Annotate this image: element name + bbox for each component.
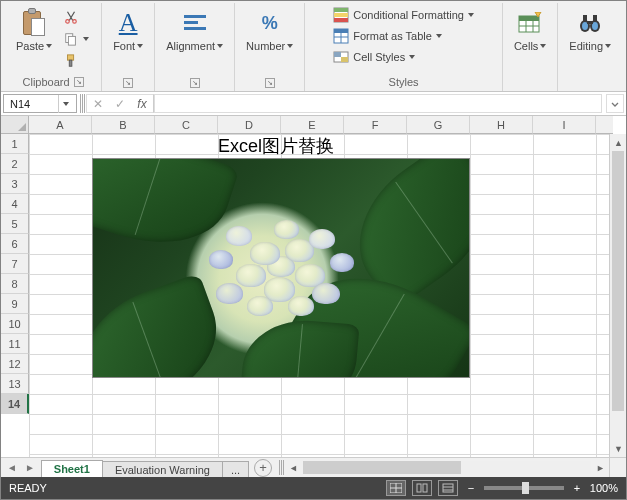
format-as-table-button[interactable]: Format as Table bbox=[329, 26, 446, 46]
column-header[interactable]: H bbox=[470, 116, 533, 134]
view-page-break-button[interactable] bbox=[438, 480, 458, 496]
fx-icon[interactable]: fx bbox=[131, 97, 153, 111]
copy-button[interactable] bbox=[59, 29, 93, 49]
scroll-thumb[interactable] bbox=[612, 151, 624, 411]
splitter[interactable] bbox=[279, 460, 284, 475]
dialog-launcher-icon[interactable]: ↘ bbox=[74, 77, 84, 87]
row-header[interactable]: 13 bbox=[1, 374, 29, 394]
svg-rect-8 bbox=[184, 27, 206, 30]
column-header[interactable]: E bbox=[281, 116, 344, 134]
alignment-button[interactable]: Alignment bbox=[161, 5, 228, 55]
status-mode: READY bbox=[9, 482, 47, 494]
font-label: Font bbox=[113, 40, 135, 52]
scroll-right-icon[interactable]: ► bbox=[592, 459, 609, 476]
tab-evaluation-warning[interactable]: Evaluation Warning bbox=[102, 461, 223, 477]
conditional-formatting-icon bbox=[333, 7, 349, 23]
svg-rect-37 bbox=[423, 484, 427, 492]
cells-icon bbox=[515, 8, 545, 38]
column-header[interactable]: I bbox=[533, 116, 596, 134]
row-header[interactable]: 4 bbox=[1, 194, 29, 214]
scroll-thumb[interactable] bbox=[303, 461, 461, 474]
svg-rect-19 bbox=[341, 57, 348, 62]
font-button[interactable]: A Font bbox=[108, 5, 148, 55]
row-header[interactable]: 8 bbox=[1, 274, 29, 294]
tab-sheet1[interactable]: Sheet1 bbox=[41, 460, 103, 477]
scroll-down-icon[interactable]: ▼ bbox=[610, 440, 626, 457]
number-label: Number bbox=[246, 40, 285, 52]
scroll-up-icon[interactable]: ▲ bbox=[610, 134, 626, 151]
group-alignment: Alignment ↘ bbox=[155, 3, 235, 91]
sheet-tab-bar: ◄► Sheet1 Evaluation Warning ... + ◄ ► bbox=[1, 457, 626, 477]
expand-formula-bar[interactable] bbox=[606, 94, 624, 113]
row-header[interactable]: 3 bbox=[1, 174, 29, 194]
svg-rect-21 bbox=[519, 16, 539, 21]
tab-more[interactable]: ... bbox=[222, 461, 249, 477]
svg-rect-10 bbox=[334, 8, 348, 12]
column-header[interactable]: C bbox=[155, 116, 218, 134]
row-header[interactable]: 12 bbox=[1, 354, 29, 374]
vertical-scrollbar[interactable]: ▲ ▼ bbox=[609, 134, 626, 457]
cells-button[interactable]: Cells bbox=[509, 5, 551, 55]
scroll-corner bbox=[596, 116, 613, 134]
dialog-launcher-icon[interactable]: ↘ bbox=[123, 78, 133, 88]
column-header[interactable]: G bbox=[407, 116, 470, 134]
select-all-button[interactable] bbox=[1, 116, 29, 134]
zoom-thumb[interactable] bbox=[522, 482, 529, 494]
cut-button[interactable] bbox=[59, 7, 93, 27]
cell-styles-button[interactable]: Cell Styles bbox=[329, 47, 419, 67]
cancel-icon[interactable]: ✕ bbox=[87, 97, 109, 111]
zoom-level[interactable]: 100% bbox=[590, 482, 618, 494]
splitter[interactable] bbox=[80, 94, 85, 113]
formula-input[interactable] bbox=[154, 94, 602, 113]
row-header[interactable]: 5 bbox=[1, 214, 29, 234]
copy-icon bbox=[63, 31, 79, 47]
conditional-formatting-button[interactable]: Conditional Formatting bbox=[329, 5, 478, 25]
row-header[interactable]: 10 bbox=[1, 314, 29, 334]
svg-rect-3 bbox=[69, 36, 76, 45]
row-header[interactable]: 7 bbox=[1, 254, 29, 274]
scroll-left-icon[interactable]: ◄ bbox=[285, 459, 302, 476]
worksheet-area: ABCDEFGHI 1234567891011121314 Excel图片替换 bbox=[1, 116, 626, 477]
editing-button[interactable]: Editing bbox=[564, 5, 616, 55]
view-normal-button[interactable] bbox=[386, 480, 406, 496]
dialog-launcher-icon[interactable]: ↘ bbox=[265, 78, 275, 88]
zoom-slider[interactable] bbox=[484, 486, 564, 490]
column-header[interactable]: D bbox=[218, 116, 281, 134]
zoom-in-button[interactable]: + bbox=[570, 482, 584, 494]
embedded-image[interactable] bbox=[92, 158, 470, 378]
row-header[interactable]: 11 bbox=[1, 334, 29, 354]
cell-grid[interactable]: Excel图片替换 bbox=[29, 134, 609, 457]
row-header[interactable]: 9 bbox=[1, 294, 29, 314]
new-sheet-button[interactable]: + bbox=[254, 459, 272, 477]
name-box[interactable]: N14 bbox=[3, 94, 77, 113]
paste-button[interactable]: Paste bbox=[11, 5, 57, 55]
chevron-down-icon[interactable] bbox=[58, 95, 72, 113]
column-headers[interactable]: ABCDEFGHI bbox=[29, 116, 596, 134]
row-header[interactable]: 2 bbox=[1, 154, 29, 174]
chevron-down-icon bbox=[46, 44, 52, 48]
svg-rect-30 bbox=[583, 15, 587, 21]
tab-prev-icon[interactable]: ◄ bbox=[7, 462, 17, 473]
enter-icon[interactable]: ✓ bbox=[109, 97, 131, 111]
row-headers[interactable]: 1234567891011121314 bbox=[1, 134, 29, 457]
view-page-layout-button[interactable] bbox=[412, 480, 432, 496]
column-header[interactable]: F bbox=[344, 116, 407, 134]
tab-next-icon[interactable]: ► bbox=[25, 462, 35, 473]
column-header[interactable]: B bbox=[92, 116, 155, 134]
svg-rect-32 bbox=[587, 21, 593, 24]
horizontal-scrollbar[interactable]: ◄ ► bbox=[285, 458, 609, 477]
row-header[interactable]: 14 bbox=[1, 394, 29, 414]
tab-nav[interactable]: ◄► bbox=[1, 458, 41, 477]
percent-icon: % bbox=[262, 13, 278, 34]
row-header[interactable]: 1 bbox=[1, 134, 29, 154]
format-painter-button[interactable] bbox=[59, 51, 93, 71]
number-button[interactable]: % Number bbox=[241, 5, 298, 55]
group-cells: Cells bbox=[503, 3, 558, 91]
dialog-launcher-icon[interactable]: ↘ bbox=[190, 78, 200, 88]
zoom-out-button[interactable]: − bbox=[464, 482, 478, 494]
chevron-down-icon bbox=[468, 13, 474, 17]
svg-rect-18 bbox=[334, 52, 341, 57]
column-header[interactable]: A bbox=[29, 116, 92, 134]
svg-point-1 bbox=[73, 20, 77, 24]
row-header[interactable]: 6 bbox=[1, 234, 29, 254]
